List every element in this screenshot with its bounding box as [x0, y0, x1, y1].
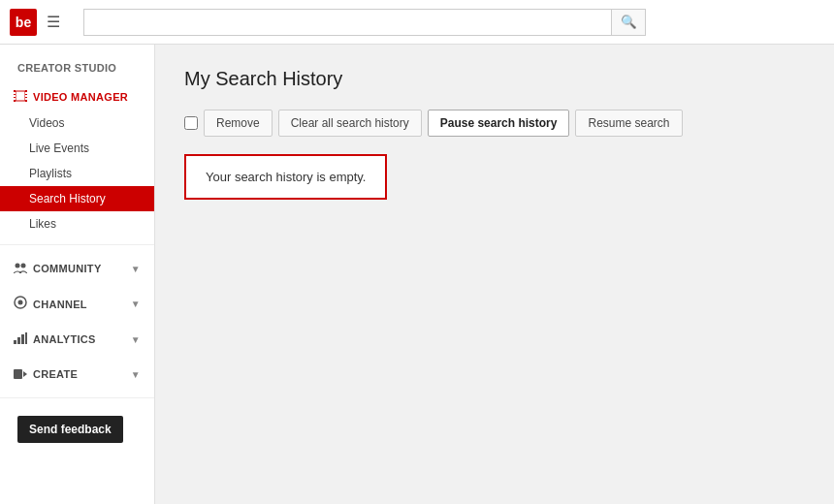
channel-label: CHANNEL — [33, 299, 87, 310]
hamburger-menu[interactable]: ☰ — [47, 13, 64, 31]
empty-message-box: Your search history is empty. — [184, 154, 387, 200]
analytics-icon — [14, 331, 27, 347]
sidebar-section-create: CREATE ▼ — [0, 359, 154, 390]
analytics-chevron-icon: ▼ — [131, 334, 141, 345]
sidebar-item-video-manager[interactable]: VIDEO MANAGER — [0, 83, 154, 110]
svg-rect-7 — [25, 95, 27, 97]
sidebar-item-analytics[interactable]: ANALYTICS ▼ — [0, 324, 154, 355]
top-navigation: be ☰ 🔍 — [0, 0, 834, 45]
sidebar-title: CREATOR STUDIO — [0, 45, 154, 83]
svg-rect-15 — [21, 334, 24, 344]
sidebar-section-community: COMMUNITY ▼ — [0, 253, 154, 284]
search-bar: 🔍 — [83, 9, 646, 36]
search-button[interactable]: 🔍 — [611, 9, 646, 36]
pause-history-button[interactable]: Pause search history — [428, 110, 570, 137]
select-all-checkbox[interactable] — [184, 116, 198, 130]
svg-rect-17 — [14, 369, 22, 379]
community-label: COMMUNITY — [33, 263, 102, 274]
svg-rect-16 — [25, 332, 27, 344]
community-icon — [14, 261, 27, 276]
sidebar-section-analytics: ANALYTICS ▼ — [0, 324, 154, 355]
search-icon: 🔍 — [621, 15, 637, 29]
sidebar-item-community[interactable]: COMMUNITY ▼ — [0, 253, 154, 284]
channel-chevron-icon: ▼ — [131, 299, 141, 309]
clear-all-button[interactable]: Clear all search history — [278, 110, 422, 137]
svg-rect-3 — [14, 92, 16, 94]
empty-message-text: Your search history is empty. — [206, 170, 366, 184]
main-layout: CREATOR STUDIO VIDEO MANAGER Videos Live… — [0, 45, 834, 504]
svg-rect-6 — [25, 92, 27, 94]
sidebar-item-search-history[interactable]: Search History — [0, 186, 154, 211]
resume-search-button[interactable]: Resume search — [575, 110, 682, 137]
svg-point-9 — [16, 264, 20, 268]
sidebar-item-videos[interactable]: Videos — [0, 110, 154, 136]
content-area: My Search History Remove Clear all searc… — [155, 45, 834, 504]
svg-marker-18 — [23, 371, 27, 377]
svg-rect-14 — [17, 337, 20, 344]
svg-rect-5 — [14, 98, 16, 100]
sidebar-item-create[interactable]: CREATE ▼ — [0, 359, 154, 390]
sidebar-item-playlists[interactable]: Playlists — [0, 161, 154, 186]
sidebar-divider-2 — [0, 397, 154, 398]
svg-rect-8 — [25, 98, 27, 100]
toolbar: Remove Clear all search history Pause se… — [184, 110, 805, 137]
create-icon — [14, 366, 27, 382]
youtube-logo: be — [10, 9, 37, 36]
channel-icon — [14, 296, 27, 312]
sidebar-item-channel[interactable]: CHANNEL ▼ — [0, 288, 154, 320]
svg-rect-4 — [14, 95, 16, 97]
search-input[interactable] — [83, 9, 611, 36]
create-chevron-icon: ▼ — [131, 369, 141, 380]
sidebar-item-likes[interactable]: Likes — [0, 211, 154, 236]
sidebar-divider-1 — [0, 244, 154, 245]
sidebar-item-live-events[interactable]: Live Events — [0, 136, 154, 161]
svg-point-10 — [21, 264, 26, 268]
svg-rect-2 — [16, 91, 25, 101]
sidebar-subitems: Videos Live Events Playlists Search Hist… — [0, 110, 154, 236]
sidebar-section-channel: CHANNEL ▼ — [0, 288, 154, 320]
remove-button[interactable]: Remove — [204, 110, 273, 137]
analytics-label: ANALYTICS — [33, 333, 96, 345]
page-title: My Search History — [184, 68, 805, 90]
community-chevron-icon: ▼ — [131, 264, 141, 274]
create-label: CREATE — [33, 368, 78, 380]
sidebar: CREATOR STUDIO VIDEO MANAGER Videos Live… — [0, 45, 155, 504]
svg-point-12 — [18, 300, 23, 305]
svg-rect-13 — [14, 340, 16, 344]
video-manager-label: VIDEO MANAGER — [33, 91, 128, 103]
video-manager-icon — [14, 89, 27, 105]
send-feedback-button[interactable]: Send feedback — [17, 416, 123, 443]
